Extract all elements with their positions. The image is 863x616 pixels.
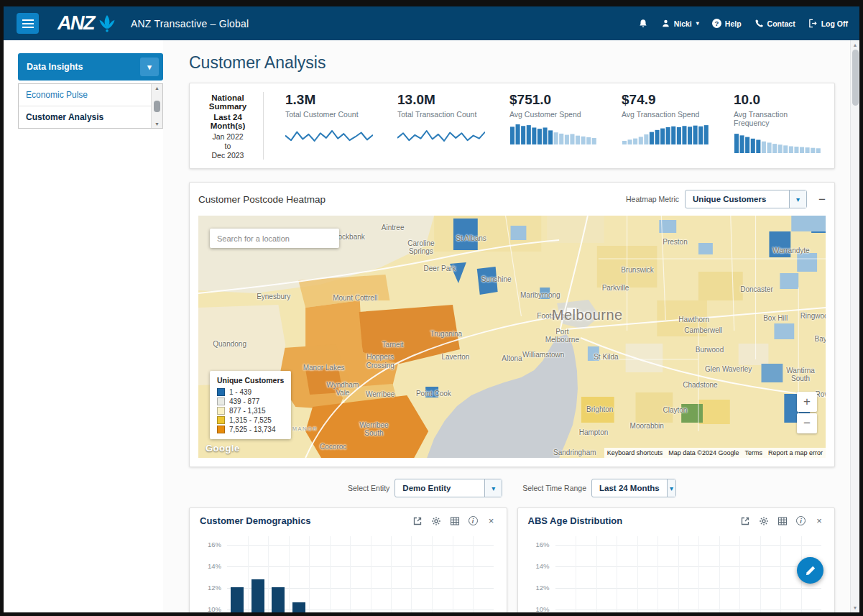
attribution-item[interactable]: Keyboard shortcuts [604,448,666,458]
zoom-out-button[interactable]: − [797,413,817,433]
map-label: Werribee South [359,420,388,437]
map-labels: AintreeRockbankCaroline SpringsSt Albans… [198,216,826,458]
y-axis: 16%14%12%10%8% [200,536,221,612]
summary-metric: 10.0Avg Transaction Frequency [712,92,824,160]
entity-select[interactable]: Demo Entity ▾ [394,479,502,497]
contact-label: Contact [767,19,795,28]
gridline-v [309,536,310,612]
export-icon[interactable] [412,516,423,526]
metric-value: 13.0M [397,92,485,108]
heatmap-controls: Heatmap Metric Unique Customers ▾ − [626,190,826,208]
legend-swatch [217,426,225,433]
zoom-in-button[interactable]: + [797,392,817,412]
summary-metrics: 1.3MTotal Customer Count13.0MTotal Trans… [264,92,824,160]
summary-period-line: National Summary [200,93,256,111]
pencil-icon [805,565,816,576]
legend-item: 877 - 1,315 [217,407,284,415]
close-icon[interactable]: × [814,516,824,526]
gridline-v [411,536,412,612]
help-button[interactable]: ? Help [712,19,742,28]
map-label: Chadstone [683,381,717,390]
heatmap-metric-select[interactable]: Unique Customers ▾ [685,190,807,208]
sidebar-item-economic-pulse[interactable]: Economic Pulse [19,84,151,106]
close-icon[interactable]: × [486,516,497,526]
table-icon[interactable] [450,516,460,526]
time-range-select[interactable]: Last 24 Months ▾ [591,479,676,497]
logoff-button[interactable]: Log Off [808,19,848,28]
map-label: Point Cook [416,390,451,398]
time-range-filter: Select Time Range Last 24 Months ▾ [522,479,676,497]
y-axis-label: 16% [208,541,221,548]
scroll-down-icon[interactable]: ▼ [154,121,160,127]
chart-bar [292,602,305,613]
y-axis: 16%14%12%10%8% [528,536,550,612]
map-label: Glen Waverley [705,365,752,374]
map-label: St Kilda [594,353,618,362]
map-label: Werribee [366,391,394,400]
map-label: Footscray [537,312,568,321]
legend-rows: 1 - 439439 - 877877 - 1,3151,315 - 7,525… [217,388,284,433]
legend-label: 439 - 877 [229,397,259,405]
gear-icon[interactable] [431,516,441,526]
gridline-v [391,536,392,612]
top-nav: Nicki ▾ ? Help Contact Log Off [638,19,848,29]
info-icon[interactable]: i [469,516,478,525]
vertical-scrollbar[interactable]: ▲ ▼ [850,40,859,612]
sidebar-scrollbar[interactable]: ▲ ▼ [151,84,162,128]
summary-metric: $751.0Avg Customer Spend [488,92,600,160]
map-label: Hampton [579,428,609,437]
map-label: Brighton [586,405,613,414]
legend-title: Unique Customers [217,376,284,385]
metric-label: Avg Customer Spend [509,110,597,119]
map-label: Deer Park [424,265,456,273]
gridline-v [678,536,679,612]
map-canvas[interactable]: AintreeRockbankCaroline SpringsSt Albans… [198,216,826,458]
map-label: Hoppers Crossing [366,353,394,369]
y-axis-label: 12% [208,584,221,592]
sidebar: Data Insights ▾ Economic PulseCustomer A… [4,40,163,612]
gridline-v [698,536,699,612]
scroll-up-icon[interactable]: ▲ [853,40,858,50]
data-insights-menu-button[interactable]: Data Insights ▾ [18,53,163,81]
scroll-thumb[interactable] [852,50,859,106]
table-icon[interactable] [777,516,788,526]
minimize-panel-button[interactable]: − [818,193,826,206]
gridline [227,545,494,546]
chevron-down-icon: ▾ [696,20,699,27]
summary-metric: 1.3MTotal Customer Count [264,92,376,160]
gridline-v [432,536,433,612]
entity-label: Select Entity [348,484,389,492]
y-axis-label: 10% [208,605,221,612]
attribution-item[interactable]: Terms [742,448,765,458]
legend-item: 439 - 877 [217,397,284,405]
info-icon[interactable]: i [796,516,806,525]
gear-icon[interactable] [759,516,769,526]
gridline-v [248,536,249,612]
national-summary-panel: National SummaryLast 24 Month(s)Jan 2022… [189,83,835,169]
map-label: Bays [815,335,826,344]
gridline [227,610,494,610]
contact-button[interactable]: Contact [754,19,795,28]
sidebar-item-customer-analysis[interactable]: Customer Analysis [19,106,151,128]
y-axis-label: 16% [535,541,549,548]
help-label: Help [725,19,742,28]
menu-button[interactable] [17,13,39,34]
map-label: Caroline Springs [407,239,434,255]
gridline-v [473,536,474,612]
map-search-input[interactable] [210,229,339,248]
user-menu[interactable]: Nicki ▾ [661,19,699,28]
help-icon: ? [712,19,721,28]
attribution-item: Map data ©2024 Google [665,448,742,458]
edit-fab-button[interactable] [797,557,823,584]
scroll-up-icon[interactable]: ▲ [154,86,160,91]
chevron-down-icon: ▾ [789,190,806,208]
scroll-thumb[interactable] [154,101,160,112]
export-icon[interactable] [740,516,750,526]
notifications-button[interactable] [638,19,648,29]
attribution-item[interactable]: Report a map error [765,448,826,458]
legend-item: 1 - 439 [217,388,284,396]
scroll-down-icon[interactable]: ▼ [853,603,858,612]
chart-toolbar: i × [740,516,824,526]
heatmap-metric-value: Unique Customers [686,195,789,203]
metric-label: Avg Transaction Spend [622,110,709,119]
